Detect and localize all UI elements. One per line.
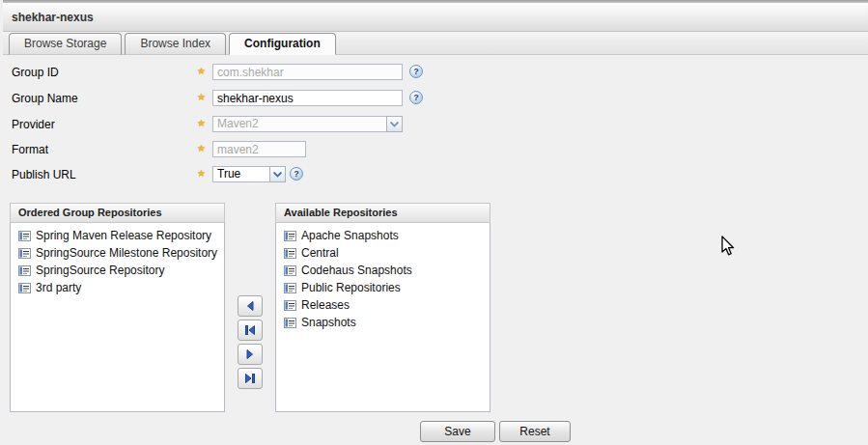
- panel-titlebar: shekhar-nexus: [3, 3, 868, 32]
- format-label: Format: [12, 143, 48, 156]
- repository-icon: [284, 230, 296, 242]
- publish-url-selected-value: True: [212, 166, 269, 182]
- publish-url-select[interactable]: True: [212, 166, 286, 182]
- available-repositories-list: Apache Snapshots Central Codehaus Snapsh…: [275, 223, 490, 412]
- required-star-icon: ★: [197, 66, 206, 76]
- list-item[interactable]: Spring Maven Release Repository: [18, 227, 224, 244]
- repository-icon: [18, 282, 31, 294]
- repository-name: Spring Maven Release Repository: [36, 229, 211, 242]
- move-left-button[interactable]: [238, 295, 263, 317]
- repository-name: SpringSource Repository: [36, 264, 164, 277]
- tab-strip: Browse Storage Browse Index Configuratio…: [3, 32, 868, 55]
- provider-label: Provider: [12, 118, 55, 131]
- move-all-right-button[interactable]: [238, 368, 263, 389]
- list-item[interactable]: Releases: [284, 296, 490, 314]
- list-item[interactable]: SpringSource Milestone Repository: [18, 244, 224, 262]
- provider-selected-value: Maven2: [212, 116, 386, 132]
- required-star-icon: ★: [197, 143, 206, 153]
- help-icon[interactable]: ?: [409, 65, 423, 78]
- available-repositories-panel: Available Repositories Apache Snapshots …: [275, 203, 490, 412]
- arrow-all-left-icon: [244, 324, 256, 336]
- repository-name: SpringSource Milestone Repository: [36, 246, 217, 260]
- save-button[interactable]: Save: [420, 421, 495, 442]
- publish-url-label: Publish URL: [12, 168, 76, 181]
- ordered-panel-title: Ordered Group Repositories: [10, 203, 225, 223]
- ordered-group-repositories-panel: Ordered Group Repositories Spring Maven …: [10, 203, 225, 412]
- nexus-repository-window: shekhar-nexus Browse Storage Browse Inde…: [0, 0, 868, 445]
- format-input: [212, 141, 306, 157]
- list-item[interactable]: Public Repositories: [284, 279, 490, 296]
- arrow-right-icon: [244, 348, 256, 360]
- repository-icon: [18, 247, 31, 260]
- group-name-label: Group Name: [12, 92, 78, 105]
- repository-icon: [284, 282, 296, 294]
- repository-name: 3rd party: [36, 281, 81, 294]
- repository-icon: [18, 230, 31, 242]
- required-star-icon: ★: [197, 168, 206, 179]
- chevron-down-icon: [386, 116, 403, 132]
- ordered-repositories-list: Spring Maven Release Repository SpringSo…: [10, 223, 225, 412]
- tab-browse-index[interactable]: Browse Index: [125, 33, 226, 55]
- help-icon[interactable]: ?: [409, 91, 423, 104]
- mouse-cursor: [721, 236, 736, 261]
- group-name-input[interactable]: [212, 90, 403, 106]
- move-all-left-button[interactable]: [238, 320, 263, 341]
- tabs: Browse Storage Browse Index Configuratio…: [9, 33, 336, 55]
- repository-icon: [284, 317, 296, 329]
- repository-name: Public Repositories: [301, 281, 401, 294]
- available-panel-title: Available Repositories: [275, 203, 490, 223]
- required-star-icon: ★: [197, 92, 206, 102]
- list-item[interactable]: Central: [284, 244, 490, 262]
- list-item[interactable]: Apache Snapshots: [284, 227, 490, 244]
- list-item[interactable]: Snapshots: [284, 314, 490, 331]
- repository-name: Central: [301, 246, 339, 260]
- tab-configuration[interactable]: Configuration: [229, 33, 336, 55]
- reset-button[interactable]: Reset: [499, 421, 571, 442]
- list-item[interactable]: SpringSource Repository: [18, 262, 224, 279]
- group-id-input: [212, 64, 403, 80]
- repository-name: Snapshots: [301, 316, 356, 329]
- repository-name: Releases: [301, 298, 350, 312]
- repository-name: Apache Snapshots: [301, 229, 399, 242]
- arrow-left-icon: [244, 300, 256, 312]
- group-id-label: Group ID: [12, 66, 59, 79]
- repository-name: Codehaus Snapshots: [301, 264, 412, 277]
- page-title: shekhar-nexus: [12, 11, 94, 24]
- repository-icon: [284, 264, 296, 277]
- arrow-all-right-icon: [244, 373, 256, 384]
- list-item[interactable]: 3rd party: [18, 279, 224, 296]
- repository-icon: [18, 264, 31, 277]
- provider-select: Maven2: [212, 116, 403, 132]
- help-icon[interactable]: ?: [290, 167, 303, 181]
- repository-icon: [284, 247, 296, 260]
- chevron-down-icon[interactable]: [269, 166, 286, 182]
- list-item[interactable]: Codehaus Snapshots: [284, 262, 490, 279]
- required-star-icon: ★: [197, 118, 206, 128]
- move-right-button[interactable]: [238, 344, 263, 365]
- configuration-form: Group ID ★ ? Group Name ★ ? Provider ★ M…: [3, 55, 868, 442]
- tab-browse-storage[interactable]: Browse Storage: [9, 33, 122, 55]
- repository-icon: [284, 299, 296, 312]
